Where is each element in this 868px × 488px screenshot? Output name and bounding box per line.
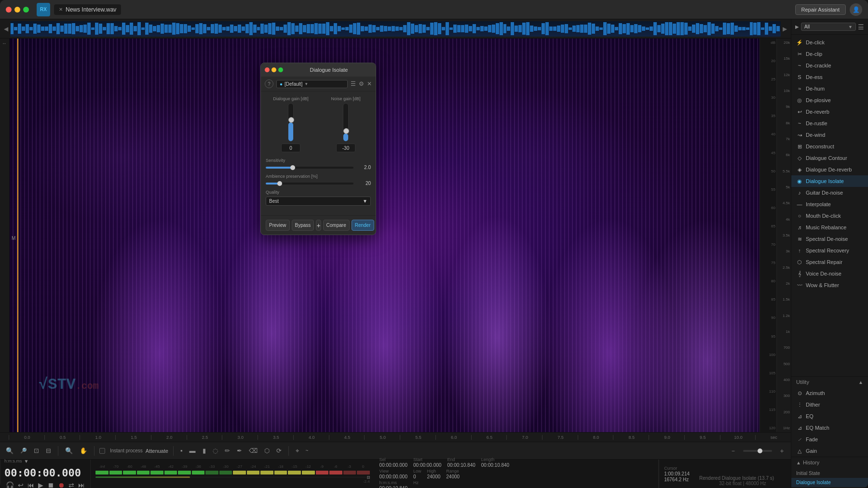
magnify-icon[interactable]: 🔍 xyxy=(63,446,75,455)
select-icon[interactable]: ▪ xyxy=(178,446,185,455)
sidebar-item-de-ess[interactable]: S De-ess xyxy=(791,71,868,83)
zoom-slider[interactable] xyxy=(743,450,772,452)
sidebar-grid-button[interactable]: ☰ xyxy=(858,23,864,31)
process-icon[interactable]: ⟳ xyxy=(274,446,284,455)
file-tab[interactable]: ✕ News Interview.wav xyxy=(54,4,121,15)
zoom-selection-icon[interactable]: ⊟ xyxy=(44,446,53,455)
snap-icon[interactable]: ⌖ xyxy=(294,446,301,456)
sidebar-item-de-wind[interactable]: ↝ De-wind xyxy=(791,129,868,141)
sidebar-item-deconstruct[interactable]: ⊞ Deconstruct xyxy=(791,141,868,152)
sidebar-item-guitar-de-noise[interactable]: ♪ Guitar De-noise xyxy=(791,187,868,198)
sidebar-item-de-reverb[interactable]: ↩ De-reverb xyxy=(791,106,868,118)
sidebar-item-de-plosive[interactable]: ◎ De-plosive xyxy=(791,94,868,106)
pencil-icon[interactable]: ✒ xyxy=(235,446,244,455)
sensitivity-slider[interactable] xyxy=(266,167,353,169)
zoom-fit-icon[interactable]: ⊡ xyxy=(32,446,41,455)
dialog-menu-button[interactable]: ☰ xyxy=(351,80,356,87)
sidebar-item-azimuth[interactable]: ⊙ Azimuth xyxy=(791,387,868,399)
dialog-settings-button[interactable]: ⚙ xyxy=(359,80,364,87)
ambience-slider[interactable] xyxy=(266,183,353,185)
stop-button[interactable]: ⏹ xyxy=(46,481,55,488)
sidebar-item-fade[interactable]: ⟋ Fade xyxy=(791,434,868,445)
time-format-icon[interactable]: ▼ xyxy=(24,459,29,464)
brush-icon[interactable]: ✏ xyxy=(223,446,232,455)
wand-icon[interactable]: ⬡ xyxy=(262,446,271,455)
compare-button[interactable]: Compare xyxy=(323,220,350,231)
sidebar-item-music-rebalance[interactable]: ♬ Music Rebalance xyxy=(791,222,868,233)
sidebar-item-de-crackle[interactable]: ~ De-crackle xyxy=(791,60,868,71)
dialog-preset-selector[interactable]: ● [Default] ▼ xyxy=(276,80,348,88)
channel-icon[interactable]: ~ xyxy=(304,447,311,454)
record-button[interactable]: ⏺ xyxy=(56,481,66,488)
spectrogram-canvas[interactable]: M √STV.com xyxy=(10,39,760,432)
waveform-canvas[interactable] xyxy=(10,21,781,37)
spectrogram-container[interactable]: ↕ M √STV.com xyxy=(0,39,791,432)
waveform-scroll-left[interactable]: ◀ xyxy=(2,25,10,33)
dialog-close-button[interactable]: ✕ xyxy=(367,80,372,87)
headphone-icon[interactable]: 🎧 xyxy=(4,481,15,488)
bypass-button[interactable]: Bypass xyxy=(292,220,314,231)
quality-select[interactable]: Best ▼ xyxy=(266,197,371,206)
sidebar-item-dialogue-contour[interactable]: ◇ Dialogue Contour xyxy=(791,152,868,164)
maximize-button[interactable] xyxy=(23,7,29,13)
instant-process-checkbox[interactable] xyxy=(99,448,105,454)
dialog-help-button[interactable]: ? xyxy=(265,79,273,88)
waveform-scroll-right[interactable]: ▶ xyxy=(781,25,789,33)
utility-header[interactable]: Utility ▲ xyxy=(791,377,868,387)
dialog-close-dot[interactable] xyxy=(265,67,270,72)
noise-gain-value[interactable]: -30 xyxy=(336,144,355,152)
user-avatar[interactable]: 👤 xyxy=(850,3,862,16)
bypass-plus-button[interactable]: + xyxy=(316,220,321,231)
sensitivity-thumb[interactable] xyxy=(290,165,295,170)
info-icon[interactable]: ↕ xyxy=(2,42,7,45)
sidebar-item-eq-match[interactable]: ⊿ EQ Match xyxy=(791,422,868,434)
tab-close-icon[interactable]: ✕ xyxy=(59,7,63,12)
history-item-initial-state[interactable]: Initial State xyxy=(791,469,868,478)
zoom-in-icon[interactable]: 🔍 xyxy=(4,446,15,455)
zoom-in-horz-icon[interactable]: ＋ xyxy=(777,446,787,456)
sidebar-item-mouth-de-click[interactable]: ○ Mouth De-click xyxy=(791,210,868,222)
zoom-out-icon[interactable]: 🔎 xyxy=(18,447,29,455)
select-time-icon[interactable]: ▬ xyxy=(188,446,198,455)
loop-icon[interactable]: ↩ xyxy=(16,481,25,488)
sidebar-item-de-click[interactable]: ⚡ De-click xyxy=(791,37,868,48)
sidebar-item-de-hum[interactable]: ≈ De-hum xyxy=(791,83,868,94)
zoom-out-horz-icon[interactable]: － xyxy=(728,446,738,456)
sidebar-item-spectral-repair[interactable]: ⬡ Spectral Repair xyxy=(791,256,868,268)
sidebar-item-de-clip[interactable]: ✂ De-clip xyxy=(791,48,868,60)
dialog-max-dot[interactable] xyxy=(278,67,283,72)
ambience-thumb[interactable] xyxy=(277,181,282,186)
noise-gain-thumb[interactable] xyxy=(343,128,349,134)
sidebar-item-voice-de-noise[interactable]: 𝄞 Voice De-noise xyxy=(791,268,868,279)
module-filter-selector[interactable]: All ▼ xyxy=(801,23,856,31)
sidebar-item-wow-flutter[interactable]: 〰 Wow & Flutter xyxy=(791,279,868,291)
history-header[interactable]: ▲ History xyxy=(791,457,868,468)
noise-gain-slider[interactable] xyxy=(343,103,349,142)
eraser-icon[interactable]: ⌫ xyxy=(247,446,259,455)
close-button[interactable] xyxy=(6,7,12,13)
skip-forward-icon[interactable]: ⏭ xyxy=(77,481,86,488)
sidebar-item-spectral-recovery[interactable]: ↑ Spectral Recovery xyxy=(791,245,868,256)
lasso-icon[interactable]: ◌ xyxy=(211,446,220,455)
history-item-dialogue-isolate-hist[interactable]: Dialogue Isolate xyxy=(791,478,868,487)
sidebar-item-gain[interactable]: △ Gain xyxy=(791,445,868,457)
dialogue-gain-thumb[interactable] xyxy=(288,117,294,123)
dialogue-gain-slider[interactable] xyxy=(288,103,294,142)
sidebar-item-eq[interactable]: ⊿ EQ xyxy=(791,410,868,422)
loop-select-icon[interactable]: ⇄ xyxy=(67,481,76,488)
sidebar-item-dither[interactable]: ⋮ Dither xyxy=(791,399,868,410)
pan-icon[interactable]: ✋ xyxy=(78,446,89,455)
play-button[interactable]: ▶ xyxy=(37,481,45,488)
preview-button[interactable]: Preview xyxy=(266,220,290,231)
repair-assistant-button[interactable]: Repair Assistant xyxy=(795,4,846,15)
sidebar-item-spectral-de-noise[interactable]: ≋ Spectral De-noise xyxy=(791,233,868,245)
render-button[interactable]: Render xyxy=(352,220,374,231)
select-freq-icon[interactable]: ▮ xyxy=(201,446,208,455)
sidebar-item-dialogue-isolate[interactable]: ◉ Dialogue Isolate xyxy=(791,175,868,187)
dialogue-gain-value[interactable]: 0 xyxy=(281,144,300,152)
dialog-min-dot[interactable] xyxy=(271,67,276,72)
sidebar-item-de-rustle[interactable]: ~ De-rustle xyxy=(791,118,868,129)
minimize-button[interactable] xyxy=(14,7,20,13)
sidebar-item-interpolate[interactable]: — Interpolate xyxy=(791,198,868,210)
skip-back-icon[interactable]: ⏮ xyxy=(26,481,36,488)
